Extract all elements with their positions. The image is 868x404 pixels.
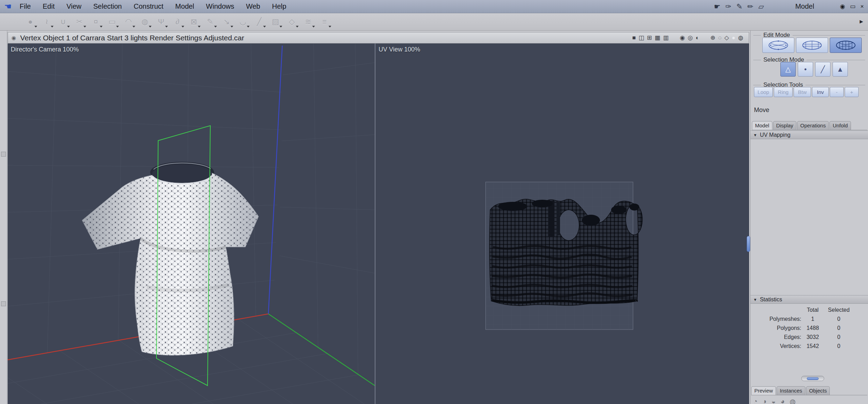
uv-viewport[interactable]: UV View 100% <box>375 43 749 404</box>
line-tool-button[interactable]: ╱ <box>251 15 267 29</box>
close-icon[interactable]: × <box>860 3 864 10</box>
menu-windows[interactable]: Windows <box>200 2 240 10</box>
pen-tool-icon[interactable]: ✎ <box>736 2 743 11</box>
white-sphere-icon[interactable]: ● <box>732 34 735 41</box>
wire-edges-mode-button[interactable] <box>796 38 828 53</box>
toolbar-expand-icon[interactable]: ▶ <box>860 19 863 24</box>
single-pane-icon[interactable]: ■ <box>632 34 636 41</box>
strip-item[interactable] <box>1 152 6 157</box>
menu-selection[interactable]: Selection <box>87 2 128 10</box>
tab-preview[interactable]: Preview <box>751 386 776 395</box>
pencil-tool-icon[interactable]: ✏ <box>747 2 754 11</box>
document-titlebar[interactable]: ◉ Vertex Object 1 of Carrara Start 3 lig… <box>8 32 749 43</box>
sweep-tool-button[interactable]: ◇ <box>284 15 300 29</box>
shaded-sphere-icon[interactable]: ◉ <box>680 34 685 41</box>
derive-tool-button[interactable]: ∂ <box>169 15 186 29</box>
menu-view[interactable]: View <box>60 2 87 10</box>
window-knob-icon[interactable]: ◉ <box>11 35 16 41</box>
delete-tool-button[interactable]: ⊠ <box>186 15 202 29</box>
grow-select-button[interactable]: + <box>845 87 859 97</box>
edge-select-mode-button[interactable]: ╱ <box>815 62 830 77</box>
marquee-tool-button[interactable]: ▭ <box>104 15 120 29</box>
rows-pane-icon[interactable]: ▥ <box>663 34 668 41</box>
panel-resize-slider[interactable] <box>801 376 824 381</box>
extrude-tool-button[interactable]: ↘ <box>218 15 235 29</box>
wire-sphere-icon[interactable]: ◎ <box>688 34 693 41</box>
between-select-button[interactable]: Btw <box>794 87 811 97</box>
weld-tool-icon: ¤ <box>94 17 98 26</box>
slider-thumb[interactable] <box>807 377 819 380</box>
tab-unfold[interactable]: Unfold <box>829 121 851 130</box>
wire-ellipse-mode-button[interactable] <box>762 38 794 53</box>
panel-splitter-handle[interactable] <box>747 236 750 252</box>
tab-objects[interactable]: Objects <box>806 386 830 395</box>
app-logo-icon[interactable]: ☛ <box>4 2 12 11</box>
layers-tool-button[interactable]: ≡ <box>316 15 333 29</box>
strip-item[interactable] <box>1 301 6 306</box>
stats-row-polygons: Polygons: 1488 0 <box>751 324 855 333</box>
collapse-arrow-icon[interactable]: ▼ <box>753 133 757 137</box>
preview-sphere-icon[interactable]: ◍ <box>789 397 795 404</box>
fork-tool-button[interactable]: Ψ <box>153 15 169 29</box>
scissors-tool-button[interactable]: ✂ <box>71 15 88 29</box>
menu-help[interactable]: Help <box>266 2 292 10</box>
cube-view-icon[interactable]: ◇ <box>724 34 729 41</box>
collapse-arrow-icon[interactable]: ▼ <box>753 298 757 302</box>
tab-display[interactable]: Display <box>773 121 796 130</box>
menu-edit[interactable]: Edit <box>37 2 60 10</box>
menu-model[interactable]: Model <box>169 2 200 10</box>
flat-sphere-icon[interactable]: ◐ <box>696 34 699 41</box>
bowl-tool-button[interactable]: ◡ <box>235 15 251 29</box>
grid-pane-icon[interactable]: ▦ <box>655 34 660 41</box>
pen-draw-tool-button[interactable]: ✎ <box>202 15 218 29</box>
lens-tool-button[interactable]: ◍ <box>137 15 153 29</box>
preview-sphere-icon[interactable]: ◔ <box>753 397 757 404</box>
preview-sphere-icon[interactable]: ◒ <box>771 397 776 404</box>
arch-tool-button[interactable]: ◠ <box>120 15 137 29</box>
dotted-circle-icon[interactable]: ◌ <box>718 34 722 41</box>
weld-tool-button[interactable]: ¤ <box>88 15 104 29</box>
fill-tool-button[interactable]: ▨ <box>267 15 284 29</box>
shrink-select-button[interactable]: - <box>830 87 844 97</box>
wire-grid-mode-button[interactable] <box>830 38 862 53</box>
brush-tool-icon[interactable]: ✑ <box>725 2 732 11</box>
eye-icon[interactable]: ◉ <box>840 3 845 10</box>
dropdown-arrow-icon <box>214 26 217 27</box>
menu-construct[interactable]: Construct <box>128 2 170 10</box>
statistics-section-header[interactable]: ▼ Statistics <box>751 295 868 304</box>
uv-mapping-section-header[interactable]: ▼ UV Mapping <box>751 130 868 139</box>
loop-select-button[interactable]: Loop <box>754 87 773 97</box>
face-select-mode-button[interactable]: ▲ <box>833 62 848 77</box>
point-select-mode-button[interactable]: • <box>798 62 813 77</box>
preview-sphere-icon[interactable]: ◑ <box>762 397 766 404</box>
curve-tool-button[interactable]: ≀ <box>39 15 55 29</box>
preview-sphere-icon[interactable]: ◕ <box>780 397 785 404</box>
restore-icon[interactable]: ▭ <box>850 3 855 10</box>
four-pane-icon[interactable]: ⊞ <box>647 34 652 41</box>
dropdown-arrow-icon <box>328 26 331 27</box>
tab-operations[interactable]: Operations <box>797 121 829 130</box>
tab-instances[interactable]: Instances <box>777 386 805 395</box>
two-pane-icon[interactable]: ◫ <box>639 34 644 41</box>
preview-shading-icons: ◔ ◑ ◒ ◕ ◍ <box>753 397 796 404</box>
menubar-right-cluster: ☛ ✑ ✎ ✏ ▱ Model ◉ ▭ × <box>709 2 868 11</box>
ring-select-button[interactable]: Ring <box>774 87 793 97</box>
sphere-tool-button[interactable]: ● <box>22 15 39 29</box>
stats-label: Polygons: <box>751 325 803 331</box>
tab-model[interactable]: Model <box>752 121 772 130</box>
plane-tool-icon[interactable]: ▱ <box>759 2 764 11</box>
uv-mapping-label: UV Mapping <box>760 132 790 138</box>
stats-total-value: 1488 <box>803 325 823 331</box>
camera-viewport[interactable]: Director's Camera 100% <box>8 43 375 404</box>
wave-tool-button[interactable]: ≋ <box>300 15 316 29</box>
magnet-tool-button[interactable]: ∪ <box>55 15 71 29</box>
menu-file[interactable]: File <box>14 2 37 10</box>
invert-select-button[interactable]: Inv <box>812 87 829 97</box>
sphere-tool-icon: ● <box>28 17 33 26</box>
menu-web[interactable]: Web <box>240 2 266 10</box>
hand-tool-icon[interactable]: ☛ <box>714 2 721 11</box>
uv-viewport-label: UV View 100% <box>379 46 420 53</box>
gray-sphere-icon[interactable]: ◍ <box>738 34 743 41</box>
orbit-view-icon[interactable]: ⊕ <box>710 34 715 41</box>
vertex-select-mode-button[interactable]: △ <box>780 62 796 77</box>
